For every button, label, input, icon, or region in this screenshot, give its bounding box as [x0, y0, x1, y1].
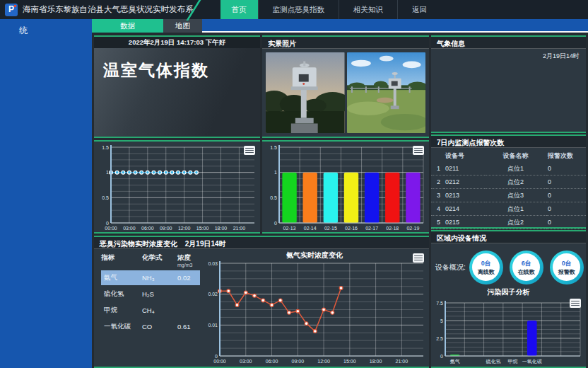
- ammonia-chart-wrap: 00:0003:0006:0009:0012:0015:0018:0021:00…: [200, 249, 429, 365]
- logo-dot: [14, 5, 16, 7]
- svg-text:2.5: 2.5: [436, 336, 443, 341]
- svg-text:02-18: 02-18: [386, 226, 399, 231]
- alarm-table-header: 设备号 设备名称 报警次数: [431, 150, 586, 162]
- tab-data[interactable]: 数据: [92, 19, 163, 33]
- svg-text:06:00: 06:00: [266, 359, 278, 364]
- chart-menu-icon[interactable]: [413, 253, 424, 263]
- col-device-id: 设备号: [444, 150, 485, 162]
- tab-bar: 数据 地图: [92, 19, 588, 33]
- svg-text:09:00: 09:00: [292, 359, 305, 364]
- pollutants-panel: 恶臭污染物实时浓度变化 2月19日14时 指标 化学式 浓度 mg/m3 氨气N…: [94, 236, 429, 368]
- offline-label: 离线数: [478, 268, 495, 276]
- title-wrap-char: 统: [0, 19, 92, 37]
- svg-text:12:00: 12:00: [317, 359, 330, 364]
- main-content: 2022年2月19日 14:17:03 下午好 温室气体指数 实景照片: [92, 33, 588, 368]
- alarm-label: 报警数: [558, 268, 575, 276]
- device-status-circles: 0台 离线数 6台 在线数 0台 报警数: [469, 251, 584, 284]
- alarm-table-row: 30213点位30: [431, 189, 586, 202]
- svg-text:5: 5: [440, 318, 443, 323]
- svg-text:18:00: 18:00: [215, 226, 228, 231]
- svg-text:0.5: 0.5: [270, 195, 277, 200]
- svg-text:0: 0: [440, 354, 443, 359]
- svg-text:1: 1: [106, 170, 109, 175]
- pollutants-panel-title: 恶臭污染物实时浓度变化 2月19日14时: [94, 237, 429, 249]
- svg-text:15:00: 15:00: [196, 226, 209, 231]
- online-count-circle: 6台 在线数: [510, 251, 543, 284]
- nav-item-knowledge[interactable]: 相关知识: [339, 0, 397, 19]
- tab-map[interactable]: 地图: [163, 19, 202, 33]
- alarm-table: 设备号 设备名称 报警次数 10211点位1020212点位2030213点位3…: [431, 150, 586, 243]
- devices-panel-title: 区域内设备情况: [431, 231, 586, 243]
- col-alarm-count: 报警次数: [546, 150, 586, 162]
- tab-bar-filler: [202, 19, 588, 33]
- alarm-count-panel: 7日内监测点报警次数 设备号 设备名称 报警次数 10211点位1020212点…: [431, 134, 586, 229]
- offline-count: 0台: [481, 259, 491, 268]
- nav-item-odor-index[interactable]: 监测点恶臭指数: [258, 0, 339, 19]
- offline-count-circle: 0台 离线数: [469, 251, 503, 284]
- svg-text:1: 1: [274, 170, 277, 175]
- svg-text:甲烷: 甲烷: [508, 359, 518, 364]
- col-indicator: 指标: [101, 253, 142, 263]
- greenhouse-title-panel: 2022年2月19日 14:17:03 下午好 温室气体指数: [94, 35, 260, 138]
- top-navbar: P 海南省乐东黎族自治县大气恶臭状况实时发布系 首页 监测点恶臭指数 相关知识 …: [0, 0, 588, 19]
- col-device-name: 设备名称: [485, 150, 546, 162]
- svg-text:02-17: 02-17: [365, 226, 378, 231]
- nav-item-back[interactable]: 返回: [397, 0, 441, 19]
- ammonia-trend-chart: 00:0003:0006:0009:0012:0015:0018:0021:00…: [200, 249, 429, 365]
- main-nav: 首页 监测点恶臭指数 相关知识 返回: [220, 0, 442, 19]
- weather-panel-title: 气象信息: [431, 37, 586, 49]
- alarm-table-row: 50215点位20: [431, 216, 586, 229]
- pollutants-timestamp: 2月19日14时: [185, 240, 226, 248]
- svg-text:0.03: 0.03: [208, 261, 218, 266]
- alarm-count-circle: 0台 报警数: [550, 251, 584, 284]
- alarm-table-row: 40214点位10: [431, 202, 586, 216]
- svg-text:21:00: 21:00: [396, 359, 408, 364]
- svg-text:02-14: 02-14: [304, 226, 317, 231]
- svg-text:0.5: 0.5: [102, 195, 109, 200]
- svg-text:0: 0: [215, 354, 218, 359]
- svg-text:21:00: 21:00: [233, 226, 246, 231]
- pollutant-row[interactable]: 氨气NH₃0.02: [101, 270, 200, 285]
- site-photo-field: [347, 52, 426, 133]
- page-title: 温室气体指数: [94, 48, 260, 137]
- svg-text:12:00: 12:00: [178, 226, 191, 231]
- factor-chart-wrap: 氨气硫化氢甲烷一氧化碳02.557.5: [431, 297, 586, 365]
- pollution-factor-chart: 氨气硫化氢甲烷一氧化碳02.557.5: [431, 297, 586, 365]
- weather-timestamp: 2月19日14时: [431, 49, 586, 64]
- svg-text:02-15: 02-15: [324, 226, 337, 231]
- svg-text:氨气: 氨气: [450, 359, 460, 364]
- pollutant-table-header: 指标 化学式 浓度: [101, 253, 200, 263]
- site-photo-dusk: [266, 52, 345, 133]
- chart-menu-icon[interactable]: [570, 299, 581, 308]
- svg-text:09:00: 09:00: [160, 226, 172, 231]
- factor-analysis-title: 污染因子分析: [431, 287, 586, 297]
- chart-menu-icon[interactable]: [244, 146, 255, 155]
- svg-text:03:00: 03:00: [123, 226, 136, 231]
- svg-text:15:00: 15:00: [343, 359, 356, 364]
- greenhouse-index-chart-panel: 00:0003:0006:0009:0012:0015:0018:0021:00…: [94, 140, 260, 234]
- svg-text:1.5: 1.5: [270, 145, 277, 150]
- svg-text:00:00: 00:00: [213, 359, 226, 364]
- svg-text:06:00: 06:00: [141, 226, 154, 231]
- app-title: 海南省乐东黎族自治县大气恶臭状况实时发布系: [23, 4, 194, 15]
- pollutant-row[interactable]: 甲烷CH₄: [101, 303, 200, 318]
- alarm-count: 0台: [562, 259, 572, 268]
- pollutants-title-text: 恶臭污染物实时浓度变化: [100, 240, 177, 248]
- device-overview-label: 设备概况:: [435, 263, 466, 272]
- pollutant-row[interactable]: 硫化氢H₂S: [101, 287, 200, 301]
- pollutant-unit-row: mg/m3: [101, 263, 200, 268]
- device-overview: 设备概况: 0台 离线数 6台 在线数: [431, 243, 586, 287]
- devices-panel: 区域内设备情况 设备概况: 0台 离线数 6台 在线数: [431, 230, 586, 368]
- photos-panel: 实景照片: [262, 35, 429, 138]
- svg-text:00:00: 00:00: [105, 226, 117, 231]
- svg-text:0.01: 0.01: [208, 323, 218, 328]
- pollutants-body: 指标 化学式 浓度 mg/m3 氨气NH₃0.02硫化氢H₂S甲烷CH₄一氧化碳…: [94, 249, 429, 365]
- col-formula: 化学式: [142, 253, 177, 263]
- nav-item-home[interactable]: 首页: [220, 0, 258, 19]
- pollutant-row[interactable]: 一氧化碳CO0.61: [101, 319, 200, 334]
- photo-strip: [262, 49, 429, 137]
- svg-text:硫化氢: 硫化氢: [486, 359, 501, 364]
- svg-text:18:00: 18:00: [370, 359, 382, 364]
- chart-menu-icon[interactable]: [413, 146, 424, 155]
- greenhouse-index-chart: 00:0003:0006:0009:0012:0015:0018:0021:00…: [94, 142, 260, 232]
